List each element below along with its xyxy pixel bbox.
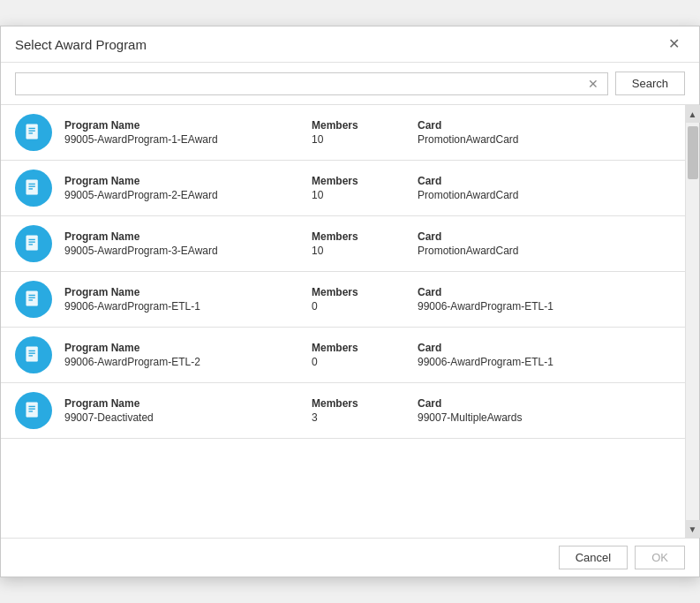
list-item[interactable]: Program Name Members Card 99006-AwardPro… <box>1 328 685 383</box>
program-name-value: 99007-Deactivated <box>64 411 312 424</box>
dialog-title: Select Award Program <box>15 37 147 52</box>
members-label: Members <box>312 119 418 132</box>
card-value: PromotionAwardCard <box>418 245 671 257</box>
list-scroll-area: Program Name Members Card 99005-AwardPro… <box>1 105 685 538</box>
item-details: Program Name Members Card 99005-AwardPro… <box>64 230 671 257</box>
card-label: Card <box>418 175 671 187</box>
item-details: Program Name Members Card 99006-AwardPro… <box>64 342 671 368</box>
close-button[interactable]: ✕ <box>663 35 685 53</box>
members-label: Members <box>312 175 418 187</box>
card-label: Card <box>418 119 671 132</box>
card-label: Card <box>418 342 671 354</box>
members-label: Members <box>312 286 418 298</box>
list-item[interactable]: Program Name Members Card 99005-AwardPro… <box>1 105 685 161</box>
card-label: Card <box>418 230 671 243</box>
search-bar: ✕ Search <box>1 63 699 105</box>
program-name-label: Program Name <box>64 230 312 243</box>
list-container: Program Name Members Card 99005-AwardPro… <box>1 105 699 538</box>
list-item[interactable]: Program Name Members Card 99007-Deactiva… <box>1 383 685 439</box>
card-label: Card <box>418 286 671 298</box>
award-program-list: Program Name Members Card 99005-AwardPro… <box>1 105 685 439</box>
members-value: 10 <box>312 189 418 201</box>
program-icon <box>15 170 52 207</box>
members-label: Members <box>312 397 418 410</box>
members-value: 10 <box>312 245 418 257</box>
svg-rect-5 <box>26 180 38 195</box>
program-icon <box>15 281 52 318</box>
item-details: Program Name Members Card 99005-AwardPro… <box>64 175 671 201</box>
list-item[interactable]: Program Name Members Card 99005-AwardPro… <box>1 161 685 216</box>
card-value: 99006-AwardProgram-ETL-1 <box>418 300 671 313</box>
program-name-value: 99005-AwardProgram-2-EAward <box>64 189 312 201</box>
members-value: 0 <box>312 300 418 313</box>
program-name-label: Program Name <box>64 286 312 298</box>
program-icon <box>15 392 52 429</box>
svg-rect-20 <box>26 347 38 362</box>
search-input-wrapper: ✕ <box>15 72 608 95</box>
members-value: 0 <box>312 356 418 368</box>
card-label: Card <box>418 397 671 410</box>
card-value: PromotionAwardCard <box>418 133 671 146</box>
program-icon <box>15 336 52 373</box>
ok-button[interactable]: OK <box>635 546 685 569</box>
program-name-label: Program Name <box>64 119 312 132</box>
program-icon <box>15 225 52 262</box>
program-name-value: 99006-AwardProgram-ETL-1 <box>64 300 312 313</box>
clear-input-button[interactable]: ✕ <box>586 77 600 91</box>
svg-rect-25 <box>26 403 38 418</box>
scroll-track <box>686 123 699 520</box>
members-label: Members <box>312 342 418 354</box>
scroll-down-button[interactable]: ▼ <box>686 520 700 538</box>
program-name-value: 99005-AwardProgram-3-EAward <box>64 245 312 257</box>
search-button[interactable]: Search <box>615 72 685 95</box>
svg-rect-15 <box>26 291 38 306</box>
card-value: 99007-MultipleAwards <box>418 411 671 424</box>
list-item[interactable]: Program Name Members Card 99006-AwardPro… <box>1 272 685 328</box>
card-value: 99006-AwardProgram-ETL-1 <box>418 356 671 368</box>
select-award-program-dialog: Select Award Program ✕ ✕ Search <box>0 26 700 577</box>
members-value: 10 <box>312 133 418 146</box>
svg-rect-0 <box>26 124 38 139</box>
members-value: 3 <box>312 411 418 424</box>
program-name-label: Program Name <box>64 397 312 410</box>
cancel-button[interactable]: Cancel <box>559 546 628 569</box>
item-details: Program Name Members Card 99006-AwardPro… <box>64 286 671 313</box>
scroll-thumb[interactable] <box>688 126 698 179</box>
program-name-label: Program Name <box>64 175 312 187</box>
item-details: Program Name Members Card 99007-Deactiva… <box>64 397 671 424</box>
program-name-label: Program Name <box>64 342 312 354</box>
dialog-footer: Cancel OK <box>1 538 699 577</box>
scrollbar: ▲ ▼ <box>685 105 699 538</box>
item-details: Program Name Members Card 99005-AwardPro… <box>64 119 671 146</box>
card-value: PromotionAwardCard <box>418 189 671 201</box>
list-item[interactable]: Program Name Members Card 99005-AwardPro… <box>1 216 685 272</box>
svg-rect-10 <box>26 236 38 251</box>
program-name-value: 99006-AwardProgram-ETL-2 <box>64 356 312 368</box>
members-label: Members <box>312 230 418 243</box>
program-name-value: 99005-AwardProgram-1-EAward <box>64 133 312 146</box>
scroll-up-button[interactable]: ▲ <box>686 105 700 123</box>
dialog-header: Select Award Program ✕ <box>1 26 699 63</box>
program-icon <box>15 114 52 151</box>
search-input[interactable] <box>23 77 586 90</box>
